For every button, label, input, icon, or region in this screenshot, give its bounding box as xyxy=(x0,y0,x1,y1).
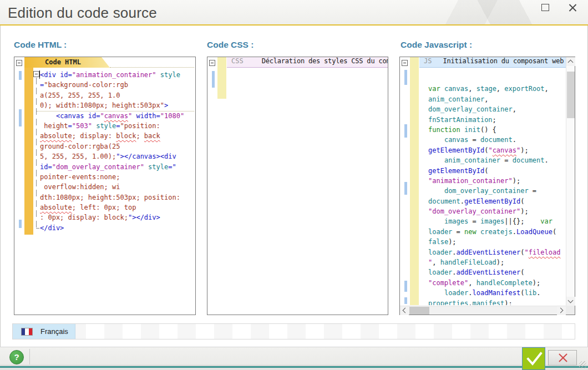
change-marker xyxy=(404,70,407,85)
maximize-button[interactable] xyxy=(537,1,552,13)
change-marker xyxy=(212,71,215,88)
change-marker xyxy=(404,297,407,304)
help-button[interactable]: ? xyxy=(9,350,24,364)
js-fold-margin xyxy=(400,57,410,315)
code-line: anim_container, xyxy=(428,94,565,104)
js-zone-header[interactable]: JSInitialisation du composant web xyxy=(419,57,566,68)
css-modified-gutter xyxy=(217,57,226,99)
scroll-up-button[interactable] xyxy=(566,57,575,66)
css-code-editor[interactable]: CSSDéclaration des styles CSS du composa… xyxy=(207,57,388,315)
code-line: <div id="animation_container" style xyxy=(40,70,194,80)
code-line: properties.manifest); xyxy=(428,298,565,305)
fold-guide-foot xyxy=(36,228,39,229)
code-line: anim_container = document. xyxy=(428,155,565,165)
code-line: loader.loadManifest(lib. xyxy=(428,288,565,298)
code-line: dth:1080px; height:503px; position: xyxy=(40,192,194,202)
code-line: ="background-color:rgb xyxy=(40,80,194,90)
css-fold-margin xyxy=(207,57,217,315)
code-line: loader.addEventListener("fileload xyxy=(428,247,565,257)
scroll-right-button[interactable] xyxy=(557,306,566,315)
ok-button[interactable] xyxy=(522,347,545,370)
code-line: "complete", handleComplete); xyxy=(428,278,565,288)
change-marker xyxy=(19,109,22,126)
toolbar-separator xyxy=(29,349,30,364)
code-line: : 0px; display: block;"></div> xyxy=(40,212,194,222)
code-line: <canvas id="canvas" width="1080" xyxy=(40,111,194,121)
code-line: getElementById("canvas"); xyxy=(428,145,565,155)
chevron-down-icon xyxy=(568,298,574,303)
horizontal-scrollbar[interactable] xyxy=(400,306,566,315)
code-line: getElementById( xyxy=(428,166,565,176)
resize-grip[interactable] xyxy=(579,361,586,368)
js-zone-title: Initialisation du composant web xyxy=(443,57,564,65)
html-zone-tab[interactable]: Code HTML xyxy=(24,57,110,68)
fold-guide-line xyxy=(36,78,37,228)
code-line: false); xyxy=(428,237,565,247)
code-line: "dom_overlay_container"); xyxy=(428,206,565,216)
window-edge-line xyxy=(0,365,588,366)
code-line: canvas = document. xyxy=(428,135,565,145)
code-line: dom_overlay_container, xyxy=(428,104,565,114)
scroll-down-button[interactable] xyxy=(566,297,575,306)
html-code-text[interactable]: <div id="animation_container" style="bac… xyxy=(40,70,194,233)
chevron-left-icon xyxy=(403,308,408,313)
french-flag-icon xyxy=(21,328,33,336)
js-code-editor[interactable]: JSInitialisation du composant web var ca… xyxy=(399,57,575,315)
label-code-javascript: Code Javascript : xyxy=(401,40,472,50)
collapse-all-icon[interactable] xyxy=(16,60,22,66)
change-marker xyxy=(19,220,22,228)
code-line: absolute; display: block; back xyxy=(40,131,194,141)
code-line: pointer-events:none; xyxy=(40,172,194,182)
css-zone-title: Déclaration des styles CSS du composant xyxy=(262,57,388,65)
vertical-scrollbar[interactable] xyxy=(566,57,575,306)
code-line: "animation_container"); xyxy=(428,176,565,186)
collapse-all-icon[interactable] xyxy=(402,60,408,66)
fold-minus-icon[interactable] xyxy=(33,71,39,77)
code-line: images = images||{}; var xyxy=(428,216,565,226)
zone-divider xyxy=(110,67,194,68)
code-line: fnStartAnimation; xyxy=(428,115,565,125)
js-code-text[interactable]: var canvas, stage, exportRoot,anim_conta… xyxy=(428,74,565,305)
change-marker xyxy=(404,281,407,292)
code-line: height="503" style="position: xyxy=(40,121,194,131)
code-line: document.getElementById( xyxy=(428,196,565,206)
change-marker xyxy=(404,182,407,195)
code-line: absolute; left: 0px; top xyxy=(40,202,194,212)
language-tab-bar: Français xyxy=(12,323,575,339)
code-line: 5, 255, 255, 1.00);"></canvas><div xyxy=(40,151,194,161)
code-line: loader.addEventListener( xyxy=(428,267,565,277)
horizontal-scroll-thumb[interactable] xyxy=(409,307,429,315)
title-bar: Edition du code source xyxy=(0,0,588,24)
code-line: 0); width:1080px; height:503px"> xyxy=(40,100,194,110)
vertical-scroll-thumb[interactable] xyxy=(567,72,575,118)
code-line: </div> xyxy=(40,223,194,233)
checkmark-icon xyxy=(526,352,543,366)
code-line: overflow:hidden; wi xyxy=(40,182,194,192)
code-line: dom_overlay_container = xyxy=(428,186,565,196)
cancel-button[interactable] xyxy=(548,350,577,366)
close-button[interactable] xyxy=(564,1,581,13)
code-line: id="dom_overlay_container" style=" xyxy=(40,162,194,172)
html-modified-gutter xyxy=(24,57,33,235)
css-zone-header[interactable]: CSSDéclaration des styles CSS du composa… xyxy=(227,57,388,68)
accent-rule xyxy=(0,24,588,26)
label-code-css: Code CSS : xyxy=(207,40,254,50)
window-title: Edition du code source xyxy=(8,4,157,22)
change-marker xyxy=(404,124,407,138)
code-line xyxy=(428,74,565,84)
label-code-html: Code HTML : xyxy=(14,40,67,50)
html-code-editor[interactable]: Code HTML <div id="animation_container" … xyxy=(14,57,196,315)
css-zone-badge: CSS xyxy=(231,57,244,65)
window-bottom-strip xyxy=(0,368,588,370)
collapse-all-icon[interactable] xyxy=(209,60,215,66)
code-line: a(255, 255, 255, 1.0 xyxy=(40,90,194,100)
chevron-up-icon xyxy=(568,60,574,65)
tab-francais[interactable]: Français xyxy=(13,324,75,339)
code-line: ", handleFileLoad); xyxy=(428,257,565,267)
code-line: loader = new createjs.LoadQueue( xyxy=(428,227,565,237)
js-zone-badge: JS xyxy=(424,57,432,65)
code-line: function init() { xyxy=(428,125,565,135)
html-fold-margin xyxy=(14,57,24,315)
chevron-right-icon xyxy=(558,308,564,313)
scroll-left-button[interactable] xyxy=(400,306,409,315)
